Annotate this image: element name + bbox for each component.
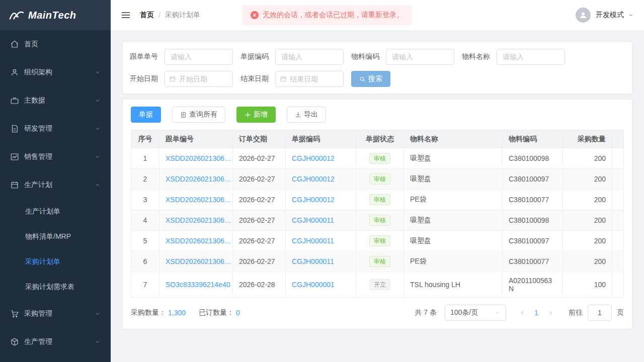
cell-qty: 200 — [563, 210, 612, 231]
col-header-qty: 采购数量 — [563, 130, 612, 148]
col-header-status: 单据状态 — [356, 130, 404, 148]
calendar-icon — [280, 75, 287, 82]
sidebar-item-rnd[interactable]: 研发管理 — [0, 115, 111, 143]
breadcrumb-home[interactable]: 首页 — [140, 11, 154, 20]
order-no-input[interactable] — [165, 49, 233, 65]
filter-panel: 跟单单号 单据编码 物料编码 物料名称 — [123, 42, 632, 94]
cell-date: 2026-02-27 — [233, 231, 286, 251]
purchase-qty-label: 采购数量： — [131, 308, 166, 317]
cell-material-code: C380100077 — [503, 251, 563, 272]
doc-code-link[interactable]: CGJH000011 — [292, 216, 334, 224]
table-row[interactable]: 2 XSDD2026021306… 2026-02-27 CGJH000012 … — [131, 169, 624, 190]
table-row[interactable]: 1 XSDD2026021306… 2026-02-27 CGJH000012 … — [131, 148, 624, 169]
user-menu[interactable]: 开发模式 — [576, 8, 634, 23]
order-no-link[interactable]: XSDD2026021306… — [166, 237, 231, 245]
doc-code-link[interactable]: CGJH000011 — [292, 237, 334, 245]
filter-order-no: 跟单单号 — [130, 49, 233, 65]
cell-index: 3 — [131, 190, 159, 210]
sidebar-item-sales[interactable]: 销售管理 — [0, 143, 111, 171]
cell-qty: 200 — [563, 231, 612, 251]
prev-page-button[interactable] — [515, 305, 529, 321]
doc-code-link[interactable]: CGJH000012 — [292, 196, 335, 204]
sidebar-item-home[interactable]: 首页 — [0, 30, 111, 58]
sidebar-item-label: 生产计划 — [24, 180, 52, 190]
order-no-link[interactable]: XSDD2026021306… — [166, 216, 231, 224]
chevron-down-icon — [95, 69, 101, 75]
total-count: 共 7 条 — [415, 308, 437, 317]
page-size-value: 100条/页 — [450, 308, 478, 317]
sidebar-item-label: 生产管理 — [24, 337, 52, 346]
plus-icon — [245, 112, 251, 118]
status-badge: 审核 — [369, 215, 390, 226]
doc-code-link[interactable]: CGJH000012 — [292, 154, 335, 162]
sidebar-item-masterdata[interactable]: 主数据 — [0, 86, 111, 115]
table-body: 1 XSDD2026021306… 2026-02-27 CGJH000012 … — [131, 148, 624, 298]
doc-code-input[interactable] — [275, 49, 344, 65]
sidebar-nav: 首页 组织架构 主数据 研发管理 销售管理 — [0, 30, 111, 356]
box-icon — [10, 337, 19, 346]
page-number[interactable]: 1 — [529, 305, 543, 321]
order-no-link[interactable]: XSDD2026021306… — [166, 196, 231, 204]
doc-code-link[interactable]: CGJH000011 — [292, 257, 334, 265]
cell-index: 7 — [131, 272, 159, 298]
end-date-input[interactable] — [290, 75, 339, 83]
cell-material-name: PE袋 — [404, 190, 503, 210]
query-all-button[interactable]: 查询所有 — [172, 107, 225, 123]
chevron-left-icon — [519, 310, 526, 316]
start-date-input[interactable] — [179, 75, 228, 83]
order-no-link[interactable]: XSDD2026021306… — [166, 257, 231, 265]
sidebar-subitem-production-plan-order[interactable]: 生产计划单 — [0, 199, 111, 224]
search-button[interactable]: 搜索 — [351, 71, 390, 87]
cell-material-code: A0201100563N — [503, 272, 563, 298]
end-date-picker[interactable] — [275, 71, 344, 87]
doc-code-link[interactable]: CGJH000001 — [292, 281, 335, 289]
cell-extra — [612, 148, 624, 169]
doc-button[interactable]: 单据 — [131, 107, 161, 123]
doc-code-link[interactable]: CGJH000012 — [292, 175, 335, 183]
filter-start-date: 开始日期 — [130, 71, 233, 87]
table-row[interactable]: 5 XSDD2026021306… 2026-02-27 CGJH000011 … — [131, 231, 624, 251]
order-no-link[interactable]: SO3c833396214e40 — [166, 281, 230, 289]
chevron-down-icon — [95, 311, 101, 317]
table-row[interactable]: 4 XSDD2026021306… 2026-02-27 CGJH000011 … — [131, 210, 624, 231]
page-unit-label: 页 — [617, 308, 624, 317]
collapse-menu-icon[interactable] — [121, 10, 131, 20]
sidebar-subitem-purchase-plan[interactable]: 采购计划单 — [0, 249, 111, 275]
material-code-input[interactable] — [386, 49, 454, 65]
table-toolbar: 单据 查询所有 新增 导出 — [131, 107, 624, 123]
add-button[interactable]: 新增 — [236, 107, 276, 123]
table-row[interactable]: 7 SO3c833396214e40 2026-02-28 CGJH000001… — [131, 272, 624, 298]
cell-material-name: 吸塑盘 — [404, 231, 503, 251]
sidebar-item-purchase[interactable]: 采购管理 — [0, 300, 111, 328]
sidebar-item-production[interactable]: 生产管理 — [0, 328, 111, 356]
sidebar-subitem-purchase-plan-demand[interactable]: 采购计划需求表 — [0, 275, 111, 300]
table-row[interactable]: 6 XSDD2026021306… 2026-02-27 CGJH000011 … — [131, 251, 624, 272]
export-button[interactable]: 导出 — [287, 107, 326, 123]
ordered-qty-value: 0 — [236, 309, 240, 317]
sidebar-subitem-bom-mrp[interactable]: 物料清单/MRP — [0, 224, 111, 249]
col-header-index: 序号 — [131, 130, 159, 148]
sidebar-item-production-plan[interactable]: 生产计划 — [0, 171, 111, 199]
main-area: 首页 / 采购计划单 无效的会话，或者会话已过期，请重新登录。 开发模式 — [111, 0, 644, 362]
page-size-select[interactable]: 100条/页 — [445, 305, 506, 321]
material-name-input[interactable] — [497, 49, 565, 65]
col-header-doc-code: 单据编码 — [286, 130, 356, 148]
cell-material-name: 吸塑盘 — [404, 148, 503, 169]
sidebar-item-org[interactable]: 组织架构 — [0, 58, 111, 86]
breadcrumb: 首页 / 采购计划单 — [140, 11, 200, 20]
sidebar-item-label: 组织架构 — [24, 68, 52, 77]
cell-material-code: C380100098 — [503, 148, 563, 169]
table-row[interactable]: 3 XSDD2026021306… 2026-02-27 CGJH000012 … — [131, 190, 624, 210]
order-no-link[interactable]: XSDD2026021306… — [166, 154, 231, 162]
chevron-down-icon — [628, 12, 634, 18]
cell-date: 2026-02-28 — [233, 272, 286, 298]
next-page-button[interactable] — [543, 305, 557, 321]
filter-end-date: 结束日期 — [240, 71, 344, 87]
error-icon — [251, 11, 259, 19]
status-badge: 审核 — [369, 173, 390, 185]
filter-row-1: 跟单单号 单据编码 物料编码 物料名称 — [130, 49, 625, 65]
cell-qty: 200 — [563, 148, 612, 169]
order-no-link[interactable]: XSDD2026021306… — [166, 175, 231, 183]
goto-page-input[interactable] — [588, 305, 612, 321]
start-date-picker[interactable] — [165, 71, 233, 87]
